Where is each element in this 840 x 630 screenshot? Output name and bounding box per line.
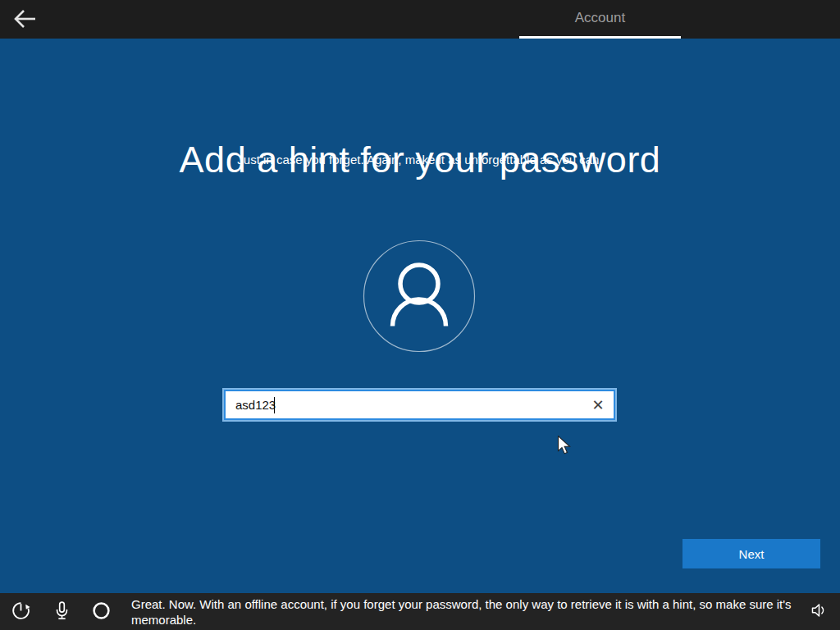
text-caret — [274, 397, 275, 413]
password-hint-input[interactable] — [226, 391, 614, 418]
tab-account[interactable]: Account — [519, 0, 681, 39]
user-avatar-icon — [363, 240, 476, 356]
back-button[interactable] — [8, 6, 46, 34]
circle-icon — [92, 601, 111, 623]
mouse-cursor-arrow — [557, 436, 575, 460]
speaker-button[interactable] — [802, 593, 835, 630]
clear-input-button[interactable]: ✕ — [584, 391, 612, 418]
clear-x-icon: ✕ — [591, 396, 604, 413]
microphone-button[interactable] — [45, 593, 78, 630]
oobe-screen: Account Add a hint for your password Jus… — [0, 0, 840, 630]
microphone-icon — [52, 600, 72, 624]
tab-account-label: Account — [519, 0, 681, 36]
assistant-message: Great. Now. With an offline account, if … — [131, 596, 792, 628]
password-hint-field: ✕ — [224, 390, 615, 420]
clock-arrow-icon — [11, 600, 31, 623]
top-bar: Account — [0, 0, 840, 39]
replay-button[interactable] — [4, 593, 37, 630]
bottom-bar: Great. Now. With an offline account, if … — [0, 593, 840, 630]
main-content: Add a hint for your password Just in cas… — [0, 39, 840, 593]
page-subtitle: Just in case you forget. Again, make it … — [0, 153, 840, 167]
back-arrow-icon — [13, 9, 41, 31]
speaker-icon — [810, 602, 828, 621]
next-button[interactable]: Next — [682, 539, 820, 568]
listening-indicator-button[interactable] — [84, 593, 117, 630]
